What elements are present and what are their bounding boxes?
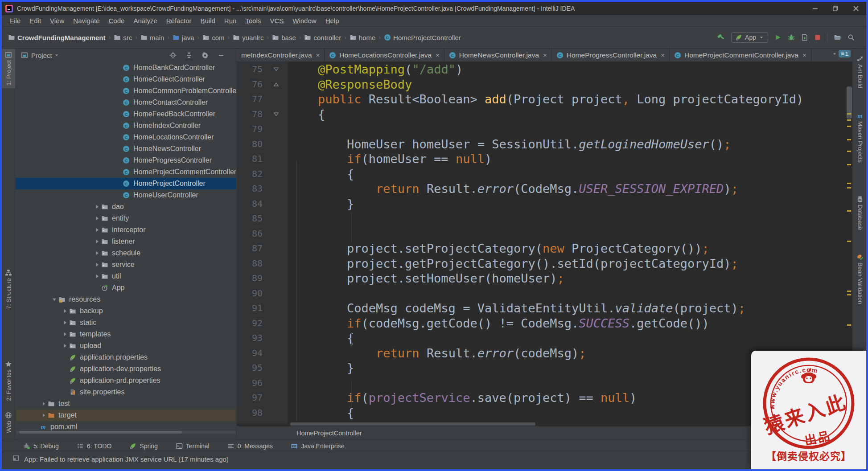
- menu-item-navigate[interactable]: Navigate: [69, 17, 104, 25]
- tree-item[interactable]: site.properties: [16, 386, 236, 398]
- tree-item[interactable]: CHomeProgressController: [16, 155, 236, 166]
- tree-item[interactable]: backup: [16, 305, 236, 317]
- tool-stripe--project[interactable]: 1: Project: [2, 49, 15, 88]
- menu-item-vcs[interactable]: VCS: [265, 17, 288, 25]
- project-tree-hscrollbar[interactable]: [16, 431, 236, 434]
- coverage-button-icon[interactable]: [801, 34, 808, 41]
- tab-close-icon[interactable]: ×: [661, 51, 665, 59]
- minimize-button[interactable]: [805, 2, 825, 15]
- run-button-icon[interactable]: [774, 34, 782, 41]
- tree-item[interactable]: application-dev.properties: [16, 363, 236, 375]
- tree-item[interactable]: listener: [16, 236, 236, 247]
- chevron-right-icon[interactable]: [93, 238, 101, 245]
- tool-stripe-maven-projects[interactable]: mMaven Projects: [853, 112, 867, 163]
- tree-item[interactable]: CHomeUserController: [16, 189, 236, 201]
- editor-tab[interactable]: meIndexController.java×: [237, 49, 325, 61]
- menu-item-refactor[interactable]: Refactor: [162, 17, 196, 25]
- tree-item[interactable]: dao: [16, 201, 236, 213]
- editor-tab[interactable]: CHomeProjectCommentController.java×: [670, 49, 811, 61]
- run-configuration-select[interactable]: App: [731, 32, 768, 43]
- stop-button-icon[interactable]: [815, 34, 821, 41]
- tree-item[interactable]: upload: [16, 340, 236, 352]
- tree-item-selected[interactable]: CHomeProjectController: [16, 178, 236, 189]
- breadcrumb-item[interactable]: main: [140, 34, 165, 41]
- breadcrumb-item[interactable]: home: [350, 34, 376, 41]
- tree-item[interactable]: CHomeProjectCommentController: [16, 166, 236, 178]
- breadcrumb-item[interactable]: yuanlrc: [233, 34, 263, 41]
- toolwindow-button--messages[interactable]: 0: Messages: [227, 442, 273, 450]
- breadcrumb-item[interactable]: CrowdFundingManagement: [8, 34, 106, 41]
- menu-item-analyze[interactable]: Analyze: [129, 17, 161, 25]
- toolwindow-button-terminal[interactable]: Terminal: [176, 442, 210, 450]
- fold-down-icon[interactable]: [264, 107, 288, 122]
- tree-item[interactable]: CHomeBankCardController: [16, 62, 236, 74]
- collapse-all-icon[interactable]: [185, 52, 193, 59]
- toolwindow-button--debug[interactable]: 5: Debug: [23, 442, 59, 450]
- chevron-right-icon[interactable]: [93, 273, 101, 279]
- hide-panel-icon[interactable]: [218, 52, 225, 59]
- tree-item[interactable]: CHomeCommonProblemController: [16, 85, 236, 97]
- tab-close-icon[interactable]: ×: [436, 51, 440, 59]
- tree-item[interactable]: interceptor: [16, 224, 236, 236]
- tree-item[interactable]: target: [16, 410, 236, 421]
- menu-item-build[interactable]: Build: [196, 17, 219, 25]
- breadcrumb-item[interactable]: base: [272, 34, 296, 41]
- close-button[interactable]: [846, 2, 866, 15]
- chevron-right-icon[interactable]: [40, 401, 48, 407]
- breadcrumb-item[interactable]: controller: [304, 34, 341, 41]
- tree-item[interactable]: service: [16, 259, 236, 270]
- maximize-button[interactable]: [825, 2, 846, 15]
- menu-item-window[interactable]: Window: [288, 17, 321, 25]
- tree-item[interactable]: CHomeIndexController: [16, 120, 236, 131]
- menu-item-help[interactable]: Help: [321, 17, 344, 25]
- breadcrumb-item[interactable]: CHomeProjectController: [384, 34, 461, 41]
- chevron-right-icon[interactable]: [61, 308, 69, 314]
- chevron-right-icon[interactable]: [61, 331, 69, 337]
- tree-item[interactable]: CHomeContactController: [16, 97, 236, 108]
- tab-close-icon[interactable]: ×: [316, 51, 320, 59]
- locate-file-icon[interactable]: [169, 52, 177, 59]
- tree-item[interactable]: CHomeNewsController: [16, 143, 236, 155]
- fold-down-icon[interactable]: [264, 62, 288, 77]
- tree-item[interactable]: static: [16, 317, 236, 328]
- chevron-right-icon[interactable]: [93, 215, 101, 221]
- menu-item-view[interactable]: View: [45, 17, 69, 25]
- chevron-right-icon[interactable]: [93, 262, 101, 268]
- menu-item-tools[interactable]: Tools: [241, 17, 265, 25]
- toolwindow-button--todo[interactable]: 6: TODO: [77, 442, 112, 450]
- tree-item[interactable]: CHomeFeedBackController: [16, 108, 236, 120]
- project-panel-title[interactable]: Project: [31, 52, 52, 59]
- scrollbar-thumb[interactable]: [19, 431, 182, 434]
- toggle-toolwindows-icon[interactable]: [12, 455, 20, 462]
- hidden-tabs-button[interactable]: ≡1: [832, 50, 851, 57]
- menu-item-code[interactable]: Code: [104, 17, 129, 25]
- tree-item[interactable]: schedule: [16, 247, 236, 259]
- menu-item-file[interactable]: File: [5, 17, 25, 25]
- chevron-right-icon[interactable]: [93, 204, 101, 210]
- tool-stripe-web[interactable]: Web: [2, 412, 15, 433]
- chevron-down-icon[interactable]: [54, 53, 59, 58]
- tab-close-icon[interactable]: ×: [802, 51, 806, 59]
- editor-hscrollbar-thumb[interactable]: [290, 422, 535, 426]
- editor-tab[interactable]: CHomeNewsController.java×: [444, 49, 552, 61]
- settings-gear-icon[interactable]: [202, 52, 209, 59]
- tab-close-icon[interactable]: ×: [543, 51, 547, 59]
- toolwindow-button-java-enterprise[interactable]: EEJava Enterprise: [291, 442, 344, 450]
- breadcrumb-item[interactable]: com: [202, 34, 224, 41]
- project-structure-icon[interactable]: [834, 34, 841, 41]
- menu-item-edit[interactable]: Edit: [25, 17, 45, 25]
- editor-breadcrumb-item[interactable]: HomeProjectController: [296, 430, 362, 437]
- tool-stripe-database[interactable]: Database: [853, 196, 867, 230]
- tree-item[interactable]: application.properties: [16, 352, 236, 363]
- tree-item[interactable]: util: [16, 270, 236, 282]
- chevron-right-icon[interactable]: [61, 343, 69, 349]
- tool-stripe--structure[interactable]: 7: Structure: [2, 269, 15, 309]
- editor-tab[interactable]: CHomeProgressController.java×: [552, 49, 670, 61]
- tool-stripe-bean-validation[interactable]: Bean Validation: [853, 254, 867, 304]
- tool-stripe--favorites[interactable]: 2: Favorites: [2, 360, 15, 401]
- toolwindow-button-spring[interactable]: Spring: [129, 442, 157, 450]
- build-hammer-icon[interactable]: [717, 33, 725, 41]
- search-everywhere-icon[interactable]: [847, 34, 855, 41]
- breadcrumb-item[interactable]: java: [173, 34, 194, 41]
- chevron-right-icon[interactable]: [93, 250, 101, 256]
